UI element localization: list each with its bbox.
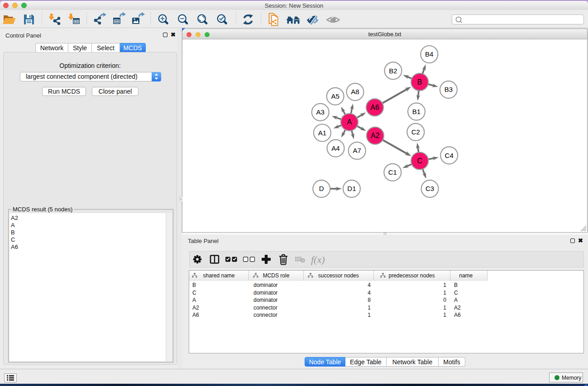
svg-text:B3: B3 [445,86,453,93]
svg-text:A6: A6 [370,104,379,111]
svg-text:B2: B2 [389,67,397,75]
svg-text:A7: A7 [353,147,361,154]
svg-text:A: A [347,118,352,126]
svg-text:f(x): f(x) [311,254,325,265]
svg-text:A1: A1 [318,129,326,137]
svg-text:C4: C4 [445,152,454,159]
svg-text:C3: C3 [425,185,434,192]
svg-text:A5: A5 [331,92,339,100]
svg-text:A8: A8 [351,88,359,95]
svg-text:A3: A3 [316,108,325,116]
svg-text:A2: A2 [371,132,380,139]
svg-text:D1: D1 [347,185,356,192]
svg-text:D: D [319,185,324,192]
svg-text:C: C [417,157,422,165]
svg-text:A4: A4 [331,144,339,152]
svg-text:B: B [417,78,422,86]
svg-text:B1: B1 [412,108,421,115]
svg-text:C1: C1 [388,168,397,176]
svg-text:C2: C2 [411,128,420,136]
svg-text:B4: B4 [425,50,433,58]
